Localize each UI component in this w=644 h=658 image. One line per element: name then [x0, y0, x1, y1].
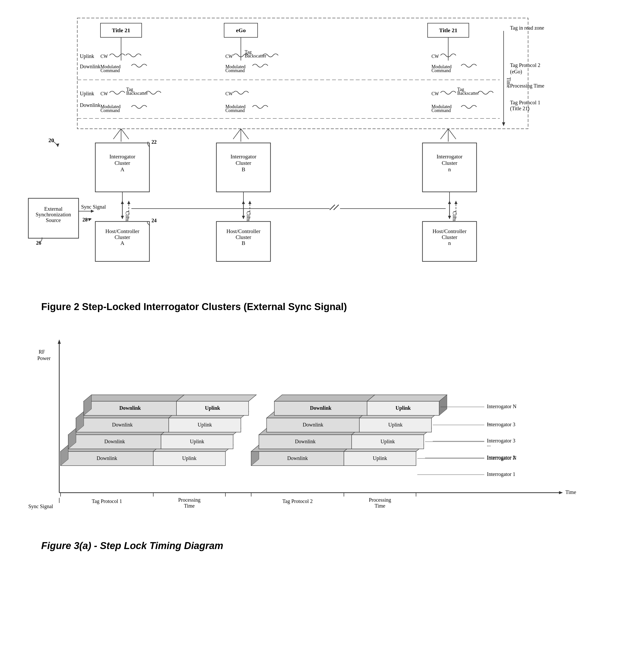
svg-marker-37	[502, 122, 505, 126]
svg-marker-136	[274, 395, 375, 401]
i2-uplink2-label: Uplink	[381, 439, 395, 445]
svg-text:Downlink: Downlink	[80, 102, 100, 108]
sync-signal-label: Sync Signal	[28, 503, 53, 510]
label-24: 24	[152, 218, 157, 223]
svg-text:Processing Time: Processing Time	[510, 83, 544, 89]
svg-text:Cluster: Cluster	[115, 160, 130, 166]
svg-marker-63	[121, 216, 124, 219]
svg-text:Time: Time	[374, 503, 385, 509]
i1-uplink1-label: Uplink	[182, 455, 197, 461]
svg-marker-72	[448, 201, 451, 204]
i1-uplink2-label: Uplink	[373, 455, 387, 461]
i1-downlink1-label: Downlink	[97, 455, 117, 461]
host-b-label: Host/Controller	[226, 228, 260, 234]
svg-text:CW: CW	[225, 91, 233, 96]
svg-text:A: A	[120, 240, 124, 246]
figure2-caption-text: Figure 2 Step-Locked Interrogator Cluste…	[41, 301, 347, 312]
svg-marker-97	[58, 339, 61, 344]
svg-text:CW: CW	[225, 54, 233, 59]
svg-text:(Title 21): (Title 21)	[510, 105, 529, 112]
svg-text:Command: Command	[100, 68, 120, 73]
svg-text:CW: CW	[432, 54, 439, 59]
svg-text:Cluster: Cluster	[236, 234, 251, 240]
svg-text:CW: CW	[432, 91, 439, 96]
label-26: 26	[36, 240, 41, 246]
svg-text:B: B	[242, 240, 245, 246]
svg-text:Command: Command	[100, 108, 120, 113]
title21-left-label: Title 21	[112, 27, 130, 33]
svg-text:A: A	[120, 166, 124, 172]
i3-downlink2-label: Downlink	[303, 422, 323, 427]
svg-line-42	[121, 129, 129, 139]
i1-downlink2-label: Downlink	[287, 455, 308, 461]
svg-text:CW: CW	[100, 91, 108, 96]
host-a-label: Host/Controller	[105, 228, 139, 234]
i3-downlink1-label: Downlink	[112, 422, 133, 427]
svg-marker-137	[367, 395, 447, 401]
svg-text:Cluster: Cluster	[442, 234, 458, 240]
figure3-caption: Figure 3(a) - Step Lock Timing Diagram	[41, 540, 623, 551]
interrogator2-label-right: Interrogator 2	[487, 454, 515, 461]
svg-marker-135	[177, 395, 256, 401]
figure2-caption: Figure 2 Step-Locked Interrogator Cluste…	[41, 301, 623, 312]
svg-text:Command: Command	[225, 108, 245, 113]
figure3-diagram: text { font-family: 'Times New Roman', T…	[21, 328, 623, 539]
i2-downlink2-label: Downlink	[295, 439, 316, 444]
svg-text:Command: Command	[432, 108, 451, 113]
interrogator3-right-label: Interrogator 3	[487, 422, 515, 427]
sync-signal-label: Sync Signal	[81, 204, 106, 210]
in-downlink2-label: Downlink	[310, 405, 331, 411]
svg-text:Command: Command	[225, 68, 245, 73]
svg-marker-70	[248, 201, 251, 204]
interrogator-a-label: Interrogator	[110, 154, 135, 160]
svg-line-41	[113, 129, 121, 139]
figure3-caption-text: Figure 3(a) - Step Lock Timing Diagram	[41, 540, 223, 551]
tag-protocol2-label: Tag Protocol 2	[282, 498, 313, 504]
downlink1-label: Downlink	[80, 64, 100, 69]
processing-time1-label: Processing	[178, 497, 201, 503]
svg-marker-134	[84, 395, 184, 401]
processing-time2-label: Processing	[369, 497, 391, 503]
svg-marker-73	[448, 216, 451, 219]
label-22: 22	[152, 139, 157, 145]
svg-text:Backscatter: Backscatter	[126, 91, 148, 96]
svg-marker-65	[127, 201, 130, 204]
svg-text:Backscatter: Backscatter	[457, 91, 479, 96]
host-n-label: Host/Controller	[433, 228, 466, 234]
svg-text:Command: Command	[432, 68, 451, 73]
svg-text:Cluster: Cluster	[442, 160, 458, 166]
svg-line-45	[241, 129, 249, 139]
svg-text:Tag Protocol 1: Tag Protocol 1	[510, 100, 540, 105]
i3-uplink2-label: Uplink	[388, 422, 402, 428]
rf-power-label: RF	[39, 349, 45, 355]
svg-text:Synchronization: Synchronization	[36, 211, 71, 218]
label-20: 20	[48, 137, 54, 143]
cw1-label: CW	[100, 54, 108, 59]
in-uplink1-label: Uplink	[205, 405, 221, 411]
svg-marker-62	[121, 201, 124, 204]
svg-text:...: ...	[487, 420, 491, 425]
page: text { font-family: 'Times New Roman', T…	[0, 0, 644, 658]
tag-in-read-zone-label: Tag in read zone	[510, 25, 544, 31]
figure3-container: text { font-family: 'Times New Roman', T…	[21, 328, 623, 551]
tag-protocol1-label: Tag Protocol 1	[92, 498, 122, 504]
svg-text:Source: Source	[46, 217, 61, 223]
ext-sync-label: External	[44, 206, 62, 212]
svg-marker-68	[242, 216, 245, 219]
interrogator1-label-right: Interrogator 1	[487, 471, 515, 477]
title21-right-label: Title 21	[439, 27, 457, 33]
svg-line-44	[233, 129, 241, 139]
svg-text:Cluster: Cluster	[115, 234, 130, 240]
in-uplink2-label: Uplink	[396, 405, 411, 411]
interrogator3-label-right: Interrogator 3	[487, 438, 515, 444]
svg-text:Time: Time	[506, 77, 512, 88]
svg-text:Time: Time	[184, 503, 195, 509]
svg-text:n: n	[448, 240, 451, 246]
i3-uplink1-label: Uplink	[198, 422, 212, 428]
tag-protocol2-label: Tag Protocol 2	[510, 62, 540, 68]
time-label: Time	[566, 489, 576, 495]
tag-protocol2-label2: (eGo)	[510, 69, 522, 75]
svg-marker-67	[242, 201, 245, 204]
svg-line-47	[440, 129, 448, 139]
interrogator-n-label: Interrogator	[437, 154, 462, 160]
